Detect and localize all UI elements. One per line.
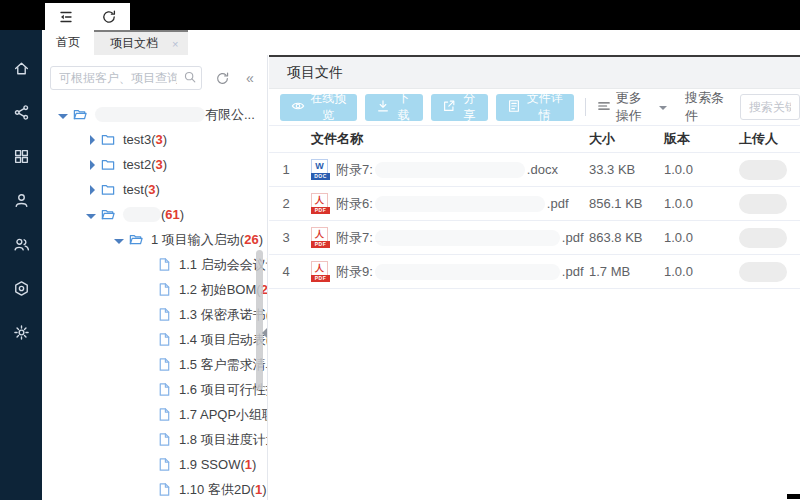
tree-node[interactable]: 1.7 APQP小组职责与权... (42, 402, 267, 427)
caret-down-icon[interactable] (112, 236, 126, 244)
redacted-uploader (739, 228, 787, 248)
count-paren: ) (262, 482, 266, 497)
col-header-uploader: 上传人 (739, 130, 799, 148)
tree-node-label: 1.10 客供2D (179, 481, 251, 499)
fold-icon[interactable] (58, 9, 74, 25)
refresh-icon[interactable] (101, 9, 117, 25)
file-details-button[interactable]: 文件详情 (496, 94, 573, 121)
tree-node[interactable]: test2(3) (42, 152, 267, 177)
download-button[interactable]: 下载 (365, 94, 423, 121)
uploader-cell (739, 194, 799, 214)
tree-node-label: 1.4 项目启动表 (179, 331, 266, 349)
tree-node[interactable]: 1.2 初始BOM(2) (42, 277, 267, 302)
more-operations-button[interactable]: 更多操作 (597, 89, 667, 125)
tree-node[interactable]: (61) (42, 202, 267, 227)
tab-首页[interactable]: 首页 (42, 30, 94, 55)
panel-collapse-handle[interactable] (262, 327, 268, 339)
rail-item-user[interactable] (0, 180, 42, 224)
tab-close-icon[interactable]: × (172, 38, 178, 50)
row-index: 1 (269, 162, 303, 177)
tree-node-label: test (123, 182, 144, 197)
file-icon (156, 382, 174, 398)
tree-node-label: 1.6 项目可行性报告 (179, 381, 267, 399)
file-size: 1.7 MB (589, 264, 664, 279)
count-paren: ) (259, 232, 263, 247)
table-row[interactable]: 1WDOC附录7:.docx33.3 KB1.0.0 (269, 153, 800, 187)
tree-node[interactable]: test(3) (42, 177, 267, 202)
page-title: 项目文件 (287, 64, 343, 82)
rail-item-team[interactable] (0, 224, 42, 268)
file-name-prefix: 附录6: (336, 195, 373, 213)
tree-node[interactable]: 1.3 保密承诺书(3) (42, 302, 267, 327)
table-row[interactable]: 4人PDF附录9:.pdf1.7 MB1.0.0 (269, 255, 800, 289)
caret-down-icon (659, 106, 667, 110)
file-icon (156, 432, 174, 448)
file-version: 1.0.0 (664, 196, 739, 211)
file-version: 1.0.0 (664, 230, 739, 245)
tab-label: 首页 (56, 34, 80, 51)
tab-项目文档[interactable]: 项目文档× (94, 30, 188, 55)
row-index: 3 (269, 230, 303, 245)
row-index: 4 (269, 264, 303, 279)
keyword-search-input[interactable] (740, 94, 800, 120)
count-paren: ) (163, 157, 167, 172)
pdf-file-icon: 人PDF (311, 261, 328, 282)
tree-node[interactable]: 1.8 项目进度计划(1) (42, 427, 267, 452)
rail-item-settings[interactable] (0, 312, 42, 356)
uploader-cell (739, 228, 799, 248)
collapse-double-icon[interactable]: « (246, 71, 254, 85)
list-icon (597, 99, 616, 116)
caret-right-icon[interactable] (84, 135, 98, 145)
tree-node-label: 1.3 保密承诺书 (179, 306, 266, 324)
rail-item-audit[interactable] (0, 268, 42, 312)
search-criteria-link[interactable]: 搜索条件 (685, 89, 728, 125)
file-icon (156, 282, 174, 298)
tree-node[interactable]: 1 项目输入启动(26) (42, 227, 267, 252)
tree-scrollbar-thumb[interactable] (256, 250, 263, 390)
caret-down-icon[interactable] (84, 211, 98, 219)
redacted-file-name (375, 196, 545, 212)
file-size: 33.3 KB (589, 162, 664, 177)
rail-item-share[interactable] (0, 92, 42, 136)
preview-button[interactable]: 在线预览 (280, 94, 357, 121)
tree-node[interactable]: 1.4 项目启动表(4) (42, 327, 267, 352)
file-name-prefix: 附录7: (336, 229, 373, 247)
window-icon-box (45, 3, 130, 30)
file-extension: .pdf (562, 230, 584, 245)
redacted-uploader (739, 160, 787, 180)
rail-item-home[interactable] (0, 48, 42, 92)
tree-node[interactable]: test3(3) (42, 127, 267, 152)
caret-down-icon[interactable] (56, 111, 70, 119)
rail-item-apps[interactable] (0, 136, 42, 180)
file-extension: .pdf (547, 196, 569, 211)
folder-open-icon (100, 207, 118, 223)
tree-node[interactable]: 1.9 SSOW(1) (42, 452, 267, 477)
tree-node[interactable]: 1.5 客户需求清单(6) (42, 352, 267, 377)
table-row[interactable]: 2人PDF附录6:.pdf856.1 KB1.0.0 (269, 187, 800, 221)
tree-node-label: 有限公... (205, 106, 255, 124)
left-nav-rail (0, 0, 42, 500)
file-version: 1.0.0 (664, 162, 739, 177)
tab-bar: 首页项目文档× (42, 30, 800, 55)
col-header-size: 大小 (589, 130, 664, 148)
tree-search-input[interactable] (50, 66, 202, 90)
caret-right-icon[interactable] (84, 185, 98, 195)
table-row[interactable]: 3人PDF附录7:.pdf863.8 KB1.0.0 (269, 221, 800, 255)
folder-open-icon (72, 107, 90, 123)
toolbar-divider (585, 98, 586, 116)
tree-node[interactable]: 1.10 客供2D(1) (42, 477, 267, 500)
tab-label: 项目文档 (110, 35, 158, 52)
button-label: 分享 (461, 90, 478, 124)
tree-node[interactable]: 1.6 项目可行性报告(1) (42, 377, 267, 402)
redacted-file-name (375, 230, 560, 246)
share-button[interactable]: 分享 (431, 94, 489, 121)
project-tree-panel: « 有限公...test3(3)test2(3)test(3)(61)1 项目输… (42, 55, 268, 500)
tree-node[interactable]: 有限公... (42, 102, 267, 127)
tree-node[interactable]: 1.1 启动会会议记录(2) (42, 252, 267, 277)
col-header-filename: 文件名称 (303, 130, 589, 148)
caret-right-icon[interactable] (84, 160, 98, 170)
download-icon (376, 99, 395, 116)
node-count: 61 (165, 207, 179, 222)
reload-tree-icon[interactable] (215, 71, 230, 86)
file-name-prefix: 附录7: (336, 161, 373, 179)
